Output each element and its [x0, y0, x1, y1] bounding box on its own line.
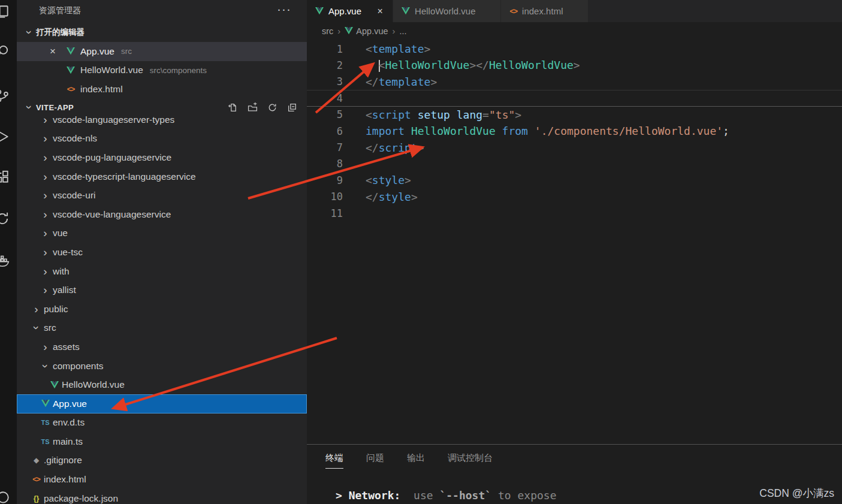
chevron-right-icon: ›: [42, 210, 49, 219]
breadcrumb-item-[interactable]: ...: [400, 26, 407, 36]
chevron-down-icon: ›: [32, 324, 41, 331]
tree-item-label: assets: [53, 342, 80, 352]
breadcrumb-item-src[interactable]: src: [322, 26, 333, 36]
open-editors-header-label: 打开的编辑器: [36, 27, 84, 38]
code-line-1[interactable]: 1<template>: [307, 41, 842, 57]
code-editor[interactable]: 1<template>2 <HelloWorldVue></HelloWorld…: [307, 40, 842, 444]
tab-helloworld-vue[interactable]: HelloWorld.vue: [393, 0, 501, 22]
tree-item-app-vue[interactable]: App.vue: [17, 394, 307, 414]
code-line-6[interactable]: 6import HelloWorldVue from './components…: [307, 123, 842, 139]
line-number[interactable]: 5: [307, 108, 343, 120]
tree-item-vscode-vue-languageservice[interactable]: ›vscode-vue-languageservice: [17, 205, 307, 224]
code-line-4[interactable]: 4: [307, 90, 842, 106]
line-number[interactable]: 1: [307, 43, 343, 55]
tree-item-main-ts[interactable]: TSmain.ts: [17, 432, 307, 451]
tab-label: index.html: [522, 6, 563, 16]
tree-item-public[interactable]: ›public: [17, 300, 307, 319]
chevron-right-icon: ›: [42, 153, 49, 162]
line-number[interactable]: 8: [307, 158, 343, 170]
breadcrumb[interactable]: src›App.vue›...: [307, 22, 842, 40]
code-line-3[interactable]: 3</template>: [307, 74, 842, 90]
source-control-icon[interactable]: [0, 88, 10, 104]
tree-item-yallist[interactable]: ›yallist: [17, 280, 307, 300]
code-line-7[interactable]: 7</script>: [307, 139, 842, 155]
line-number[interactable]: 3: [307, 76, 343, 87]
line-number[interactable]: 4: [307, 92, 343, 104]
open-editor-item-helloworld-vue[interactable]: HelloWorld.vuesrc\components: [17, 61, 307, 80]
tree-item-label: index.html: [44, 474, 86, 485]
code-text: <script setup lang="ts">: [343, 108, 521, 121]
tree-item-gitignore[interactable]: ◆.gitignore: [17, 451, 307, 470]
tree-item-vue[interactable]: ›vue: [17, 224, 307, 243]
code-text: <template>: [343, 43, 430, 55]
code-text: import HelloWorldVue from './components/…: [343, 125, 729, 137]
extensions-icon[interactable]: [0, 169, 10, 185]
tree-item-assets[interactable]: ›assets: [17, 337, 307, 357]
json-icon: {}: [34, 494, 40, 503]
collapse-all-icon[interactable]: [286, 102, 297, 113]
chevron-down-icon: ›: [25, 29, 34, 36]
line-number[interactable]: 10: [307, 191, 343, 203]
project-section-header[interactable]: › VITE-APP: [17, 98, 307, 116]
vue-icon: [345, 27, 353, 35]
tree-item-label: main.ts: [53, 436, 83, 447]
panel-tab-problems[interactable]: 问题: [366, 452, 384, 469]
tree-item-package-lock-json[interactable]: {}package-lock.json: [17, 489, 307, 504]
tree-item-vscode-nls[interactable]: ›vscode-nls: [17, 129, 307, 149]
close-icon[interactable]: ×: [48, 46, 58, 58]
files-icon[interactable]: [0, 4, 10, 20]
code-text: <style>: [343, 174, 411, 186]
code-line-8[interactable]: 8: [307, 156, 842, 172]
panel-tab-output[interactable]: 输出: [407, 452, 425, 469]
code-line-11[interactable]: 11: [307, 205, 842, 221]
close-icon[interactable]: ×: [376, 6, 384, 17]
tree-item-vue-tsc[interactable]: ›vue-tsc: [17, 243, 307, 262]
tree-item-env-d-ts[interactable]: TSenv.d.ts: [17, 414, 307, 433]
tree-item-label: vscode-pug-languageservice: [53, 152, 171, 163]
tree-item-vscode-uri[interactable]: ›vscode-uri: [17, 186, 307, 205]
open-editor-item-index-html[interactable]: <>index.html: [17, 80, 307, 99]
line-number[interactable]: 11: [307, 207, 343, 219]
tree-item-vscode-pug-languageservice[interactable]: ›vscode-pug-languageservice: [17, 148, 307, 167]
open-editors-header[interactable]: › 打开的编辑器: [17, 24, 307, 41]
open-editor-item-app-vue[interactable]: ×App.vuesrc: [17, 42, 307, 61]
chevron-down-icon: ›: [41, 363, 50, 370]
tab-index-html[interactable]: <>index.html: [501, 0, 589, 22]
tree-item-label: env.d.ts: [53, 417, 84, 428]
code-line-9[interactable]: 9<style>: [307, 172, 842, 188]
sync-icon[interactable]: [0, 211, 10, 227]
chevron-right-icon: ›: [42, 191, 49, 200]
new-file-icon[interactable]: [227, 102, 238, 113]
tree-item-label: App.vue: [53, 399, 87, 409]
line-number[interactable]: 9: [307, 174, 343, 186]
panel-tab-terminal[interactable]: 终端: [325, 452, 343, 469]
run-debug-icon[interactable]: [0, 129, 10, 144]
line-number[interactable]: 2: [307, 59, 343, 71]
tree-item-src[interactable]: ›src: [17, 319, 307, 338]
file-tree: ›vscode-languageserver-types›vscode-nls›…: [17, 110, 307, 504]
more-actions-icon[interactable]: ···: [277, 0, 291, 18]
project-actions: [227, 102, 307, 113]
docker-icon[interactable]: [0, 253, 10, 268]
code-line-2[interactable]: 2 <HelloWorldVue></HelloWorldVue>: [307, 57, 842, 73]
new-folder-icon[interactable]: [247, 102, 258, 113]
breadcrumb-item-app-vue[interactable]: App.vue: [345, 26, 388, 36]
panel-tab-debug-console[interactable]: 调试控制台: [448, 452, 493, 469]
tree-item-label: vscode-typescript-languageservice: [53, 171, 196, 182]
code-line-10[interactable]: 10</style>: [307, 189, 842, 205]
file-path: src\components: [150, 66, 207, 75]
tree-item-with[interactable]: ›with: [17, 262, 307, 281]
line-number[interactable]: 7: [307, 141, 343, 153]
code-line-5[interactable]: 5<script setup lang="ts">: [307, 107, 842, 123]
tab-app-vue[interactable]: App.vue×: [307, 0, 393, 22]
line-number[interactable]: 6: [307, 125, 343, 137]
sidebar-title: 资源管理器: [17, 0, 307, 22]
tree-item-components[interactable]: ›components: [17, 357, 307, 376]
code-text: </script>: [343, 141, 424, 154]
search-icon[interactable]: [0, 43, 10, 59]
tree-item-helloworld-vue[interactable]: HelloWorld.vue: [17, 375, 307, 394]
tree-item-vscode-typescript-languageservice[interactable]: ›vscode-typescript-languageservice: [17, 167, 307, 186]
tree-item-index-html[interactable]: <>index.html: [17, 470, 307, 489]
account-icon[interactable]: [0, 490, 10, 504]
refresh-icon[interactable]: [267, 102, 277, 113]
